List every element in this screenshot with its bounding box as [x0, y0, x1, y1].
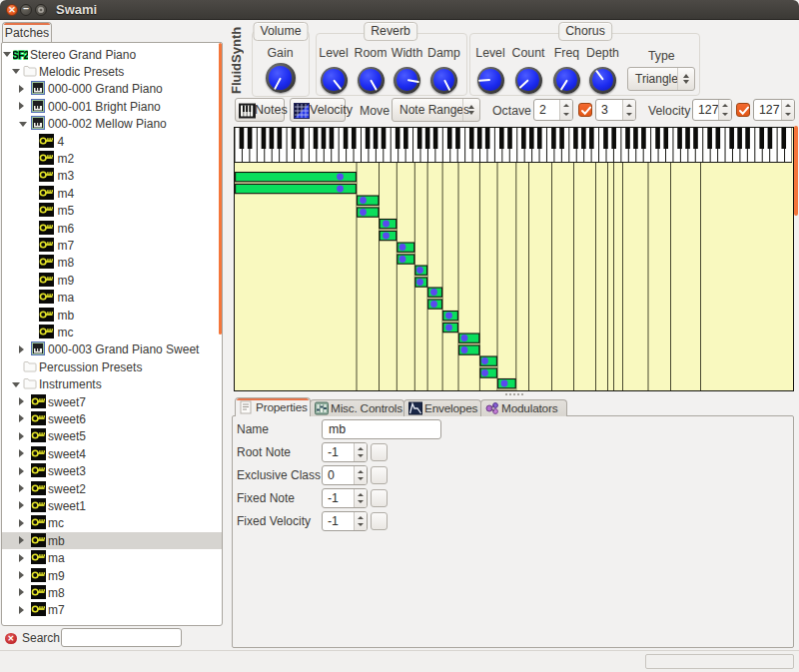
maximize-button[interactable] — [35, 4, 47, 16]
expander-closed-icon[interactable] — [19, 414, 24, 422]
tree-item-percussion-presets[interactable]: Percussion Presets — [2, 358, 222, 375]
chorus-type-combo[interactable]: Triangle — [627, 67, 695, 91]
spinner-arrows-icon[interactable] — [622, 100, 635, 120]
tab-properties[interactable]: Properties — [235, 397, 311, 416]
expander-closed-icon[interactable] — [19, 432, 24, 440]
tree-item-sweet2[interactable]: sweet2 — [2, 480, 222, 497]
fixed-velocity-spinner[interactable]: -1 — [322, 511, 368, 531]
tree-item-mb[interactable]: mb — [2, 532, 222, 549]
tree-item-m8[interactable]: m8 — [2, 584, 222, 601]
expander-open-icon[interactable] — [12, 69, 20, 74]
tree-item-000-000-grand-piano[interactable]: 000-000 Grand Piano — [2, 80, 222, 97]
expander-closed-icon[interactable] — [19, 554, 24, 562]
tree-item-m7[interactable]: m7 — [2, 601, 222, 618]
expander-closed-icon[interactable] — [19, 102, 24, 110]
tree-item-sweet6[interactable]: sweet6 — [2, 410, 222, 427]
fixed-note-picker-button[interactable] — [371, 489, 388, 507]
tree-item-sweet5[interactable]: sweet5 — [2, 427, 222, 444]
chorus-count-knob[interactable] — [515, 67, 542, 94]
spinner-arrows-icon[interactable] — [781, 100, 794, 120]
velocity-high-spinner[interactable]: 127 — [753, 99, 795, 121]
tree-item-m8[interactable]: m8 — [2, 254, 222, 271]
fixed-note-spinner[interactable]: -1 — [322, 488, 368, 508]
octave-link-checkbox[interactable] — [578, 103, 592, 117]
root-note-picker-button[interactable] — [371, 443, 388, 461]
tree-item-instruments[interactable]: Instruments — [2, 375, 222, 392]
tree-item-melodic-presets[interactable]: Melodic Presets — [2, 63, 222, 80]
tree-item-m3[interactable]: m3 — [2, 167, 222, 184]
gain-knob[interactable] — [266, 63, 296, 93]
expander-closed-icon[interactable] — [19, 536, 24, 544]
reverb-width-knob[interactable] — [394, 67, 420, 94]
close-button[interactable]: ✕ — [6, 4, 18, 16]
tree-item-ma[interactable]: ma — [2, 549, 222, 566]
expander-closed-icon[interactable] — [19, 397, 24, 405]
expander-open-icon[interactable] — [3, 52, 11, 57]
expander-closed-icon[interactable] — [19, 606, 24, 614]
tree-item-m9[interactable]: m9 — [2, 272, 222, 289]
expander-closed-icon[interactable] — [19, 85, 24, 93]
velocity-toggle-button[interactable]: Velocity — [290, 98, 346, 122]
canvas-scrollbar[interactable] — [794, 126, 798, 216]
note-range-canvas[interactable] — [234, 127, 794, 391]
chorus-depth-knob[interactable] — [589, 67, 616, 94]
exclusive-class-picker-button[interactable] — [371, 466, 388, 484]
expander-closed-icon[interactable] — [19, 467, 24, 475]
chorus-level-knob[interactable] — [477, 67, 504, 94]
tree-item-sweet7[interactable]: sweet7 — [2, 393, 222, 410]
tree-item-mc[interactable]: mc — [2, 514, 222, 531]
tree-item-000-001-bright-piano[interactable]: 000-001 Bright Piano — [2, 98, 222, 115]
spinner-arrows-icon[interactable] — [354, 466, 367, 484]
tree-item-sweet4[interactable]: sweet4 — [2, 445, 222, 462]
expander-closed-icon[interactable] — [19, 449, 24, 457]
velocity-link-checkbox[interactable] — [736, 103, 750, 117]
tree-item-m7[interactable]: m7 — [2, 237, 222, 254]
spinner-arrows-icon[interactable] — [354, 489, 367, 507]
spinner-arrows-icon[interactable] — [718, 100, 731, 120]
fixed-velocity-picker-button[interactable] — [371, 512, 388, 530]
paned-grip[interactable] — [505, 393, 523, 396]
tab-envelopes[interactable]: Envelopes — [403, 399, 481, 416]
spinner-arrows-icon[interactable] — [354, 512, 367, 530]
tree-item-m5[interactable]: m5 — [2, 202, 222, 219]
expander-open-icon[interactable] — [19, 122, 27, 127]
reverb-room-knob[interactable] — [358, 67, 385, 94]
tree-item-mb[interactable]: mb — [2, 307, 222, 324]
move-mode-combo[interactable]: Note Ranges — [392, 98, 480, 122]
notes-toggle-button[interactable]: Notes — [235, 98, 285, 122]
minimize-button[interactable]: – — [20, 4, 32, 16]
spinner-arrows-icon[interactable] — [354, 443, 367, 461]
tree-item-4[interactable]: 4 — [2, 133, 222, 150]
tab-misc-controls[interactable]: Misc. Controls — [310, 399, 404, 416]
expander-closed-icon[interactable] — [19, 501, 24, 509]
tree-scrollbar[interactable] — [219, 43, 222, 335]
tab-patches[interactable]: Patches — [2, 22, 52, 43]
tree-item-m2[interactable]: m2 — [2, 150, 222, 167]
tab-modulators[interactable]: Modulators — [480, 399, 567, 416]
tree-item-000-002-mellow-piano[interactable]: 000-002 Mellow Piano — [2, 115, 222, 132]
tree-item-stereo-grand-piano[interactable]: SF2Stereo Grand Piano — [2, 46, 222, 63]
name-entry[interactable]: mb — [322, 419, 441, 439]
expander-closed-icon[interactable] — [19, 571, 24, 579]
chorus-freq-knob[interactable] — [553, 67, 580, 94]
reverb-damp-knob[interactable] — [430, 67, 457, 94]
expander-closed-icon[interactable] — [19, 484, 24, 492]
reverb-level-knob[interactable] — [321, 67, 348, 94]
tree-item-m9[interactable]: m9 — [2, 567, 222, 584]
spinner-arrows-icon[interactable] — [559, 100, 572, 120]
tree-item-sweet3[interactable]: sweet3 — [2, 462, 222, 479]
tree-item-mc[interactable]: mc — [2, 324, 222, 340]
expander-closed-icon[interactable] — [19, 345, 24, 353]
octave-spinner[interactable]: 2 — [533, 99, 573, 121]
tree-item-ma[interactable]: ma — [2, 289, 222, 306]
expander-open-icon[interactable] — [12, 382, 20, 387]
tree-item-m6[interactable]: m6 — [2, 220, 222, 237]
expander-closed-icon[interactable] — [19, 519, 24, 527]
search-clear-icon[interactable]: ✕ — [5, 633, 17, 645]
root-note-spinner[interactable]: -1 — [322, 442, 368, 462]
tree-item-m4[interactable]: m4 — [2, 185, 222, 202]
tree-item-sweet1[interactable]: sweet1 — [2, 497, 222, 514]
exclusive-class-spinner[interactable]: 0 — [322, 465, 368, 485]
velocity-spinner[interactable]: 127 — [692, 99, 732, 121]
expander-closed-icon[interactable] — [19, 588, 24, 596]
